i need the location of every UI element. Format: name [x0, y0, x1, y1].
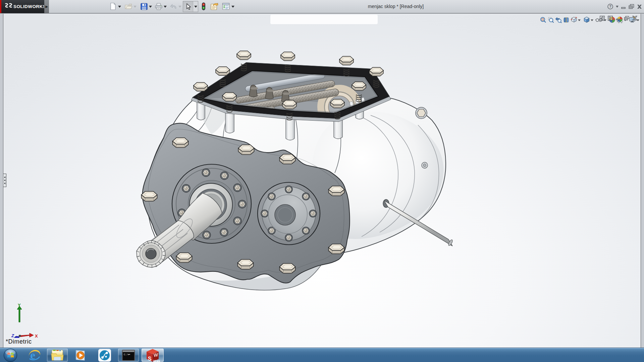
doc-minimize-icon[interactable] [616, 16, 621, 21]
view-orientation-label: *Dimetric [6, 338, 32, 345]
options-list-button[interactable] [221, 1, 231, 11]
restore-icon [629, 4, 634, 9]
reference-triad: Y X Z [7, 303, 44, 338]
triad-x-axis: X [20, 333, 38, 338]
select-cursor-icon [185, 3, 191, 10]
properties-button[interactable] [209, 1, 219, 11]
help-caret[interactable] [616, 6, 619, 8]
start-button[interactable] [3, 349, 18, 362]
zoom-to-area-icon [548, 17, 554, 23]
zoom-to-fit-button[interactable] [539, 16, 547, 23]
view-orientation-icon [571, 16, 577, 23]
minimize-button[interactable] [621, 4, 626, 9]
select-tool-group [183, 1, 198, 12]
menu-expand-arrow[interactable]: ▶ [44, 0, 49, 13]
print-icon [155, 3, 163, 10]
undo-icon [169, 3, 177, 10]
svg-text:?: ? [609, 4, 611, 8]
section-view-icon [563, 17, 569, 23]
close-icon [637, 4, 642, 9]
options-list-icon [222, 3, 230, 10]
document-window-controls [600, 16, 637, 21]
solidworks-logo-text: SOLIDWORKS [13, 4, 44, 9]
taskbar-solidworks[interactable]: S W 2015 [142, 349, 164, 362]
solidworks-logo-icon: SOLIDWORKS [4, 2, 44, 11]
svg-text:C:\: C:\ [124, 353, 129, 356]
previous-view-icon [555, 17, 562, 23]
command-prompt-icon: C:\ [121, 349, 136, 361]
new-document-caret[interactable] [117, 5, 121, 9]
solidworks-app-icon: S W 2015 [145, 348, 160, 362]
taskbar: e [0, 348, 644, 362]
taskbar-media-player[interactable] [72, 349, 89, 362]
new-document-icon [110, 3, 116, 10]
taskbar-command-prompt[interactable]: C:\ [118, 349, 139, 362]
select-tool-caret[interactable] [193, 1, 198, 12]
taskbar-share-app[interactable] [95, 349, 114, 362]
window-title: menjac sklop * [Read-only] [335, 4, 456, 9]
internet-explorer-icon: e [28, 349, 41, 362]
open-caret[interactable] [133, 5, 137, 9]
triad-z-axis: Z [11, 333, 19, 338]
titlebar: SOLIDWORKS ▶ [0, 0, 644, 13]
windows-explorer-icon [51, 349, 64, 362]
solidworks-logo: SOLIDWORKS [1, 0, 44, 13]
triad-x-label: X [35, 334, 38, 338]
help-button[interactable]: ? [607, 4, 613, 9]
graphics-area[interactable]: Y X Z *Dimetric [3, 14, 641, 348]
undo-caret[interactable] [178, 5, 182, 9]
minimize-icon [621, 4, 626, 9]
help-icon: ? [607, 4, 613, 9]
save-caret[interactable] [148, 5, 152, 9]
triad-y-axis: Y [17, 303, 22, 322]
taskbar-windows-explorer[interactable] [47, 349, 68, 362]
zoom-to-area-button[interactable] [547, 16, 554, 23]
print-button[interactable] [154, 1, 164, 11]
close-button[interactable] [637, 4, 642, 9]
window-controls: ? [607, 0, 642, 13]
restore-button[interactable] [629, 4, 634, 9]
zoom-to-fit-icon [540, 17, 546, 23]
traffic-light-icon [202, 2, 206, 10]
print-caret[interactable] [163, 5, 167, 9]
doc-restore-icon[interactable] [624, 16, 629, 21]
properties-icon [210, 3, 218, 10]
save-icon [141, 3, 148, 10]
side-cover-flange[interactable] [258, 182, 320, 245]
taskbar-internet-explorer[interactable]: e [25, 349, 43, 362]
solidworks-window: SOLIDWORKS ▶ [0, 0, 644, 362]
view-orientation-button[interactable] [570, 16, 578, 23]
collapse-left-pane-icon[interactable] [600, 16, 605, 21]
share-app-icon [98, 349, 111, 362]
triad-z-label: Z [11, 333, 14, 338]
sw-badge: 2015 [153, 359, 160, 362]
media-player-icon [74, 349, 87, 362]
view-orientation-caret[interactable] [578, 19, 581, 22]
sw-letter-w: W [154, 352, 158, 358]
open-button[interactable] [123, 1, 133, 11]
undo-button[interactable] [168, 1, 178, 11]
headsup-toolbar [270, 15, 378, 24]
display-style-caret[interactable] [590, 19, 593, 22]
traffic-light-button[interactable] [199, 1, 209, 11]
display-style-button[interactable] [583, 16, 590, 23]
expand-right-pane-icon[interactable] [608, 16, 613, 21]
section-view-button[interactable] [562, 16, 570, 23]
select-tool-button[interactable] [183, 1, 193, 12]
open-icon [124, 3, 132, 10]
previous-view-button[interactable] [555, 16, 562, 23]
feature-tree-collapsed-tab[interactable] [3, 174, 6, 187]
new-document-button[interactable] [108, 1, 118, 11]
display-style-icon [583, 16, 590, 23]
doc-close-icon[interactable] [632, 16, 637, 20]
sw-letter-s: S [148, 355, 152, 362]
triad-y-label: Y [18, 303, 21, 308]
save-button[interactable] [139, 1, 149, 11]
options-list-caret[interactable] [231, 5, 235, 9]
gearbox-model[interactable] [3, 14, 641, 348]
windows-start-icon [3, 348, 17, 362]
